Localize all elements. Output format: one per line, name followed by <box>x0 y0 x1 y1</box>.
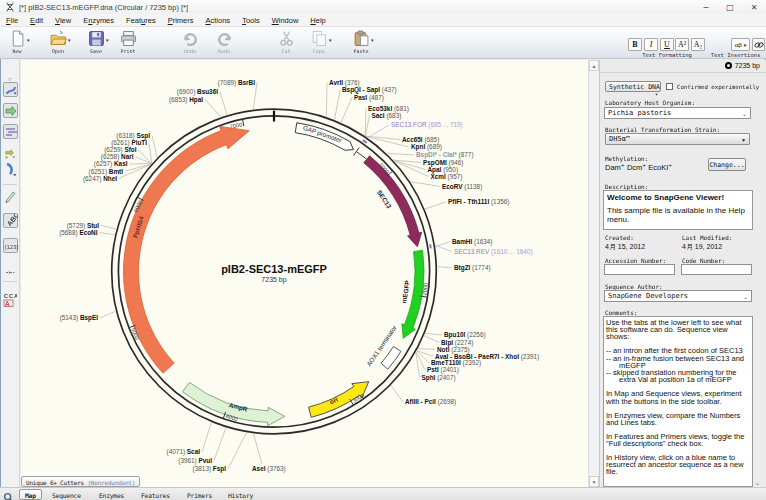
numbering-tool[interactable]: (123) <box>3 238 18 253</box>
show-features-tool[interactable] <box>3 103 18 118</box>
open-dropdown-arrow[interactable]: ▾ <box>68 37 75 43</box>
map-vertical-scrollbar[interactable]: ▲ ▼ <box>588 60 599 487</box>
menu-features[interactable]: Features <box>120 16 162 25</box>
leader-line <box>139 150 152 163</box>
description-panel: 7235 bpSynthetic DNA ▾Confirmed experime… <box>599 60 766 500</box>
panel-scroll-chevron[interactable]: ⌄ <box>755 479 760 486</box>
enzyme-label-hpai[interactable]: (6853) HpaI <box>169 96 203 104</box>
enzyme-label-scai[interactable]: (4071) ScaI <box>167 448 201 456</box>
enzyme-label-bamhi[interactable]: BamHI (1634) <box>452 238 493 246</box>
dashes-tool[interactable] <box>3 263 18 273</box>
enzyme-label-bsrbi[interactable]: (7089) BsrBI <box>218 79 256 87</box>
enzyme-label-kpni[interactable]: KpnI (689) <box>411 143 442 151</box>
primer-label-sec13-for[interactable]: SEC13.FOR (685 ... 719) <box>391 121 463 129</box>
format-underline-button[interactable]: U <box>660 38 674 51</box>
tab-map[interactable]: Map <box>19 489 42 500</box>
format-subscript-button[interactable]: A₂ <box>691 38 705 51</box>
menu-primers[interactable]: Primers <box>162 16 200 25</box>
copy-dropdown-arrow[interactable]: ▾ <box>329 37 336 43</box>
enzyme-label-bspei[interactable]: (5143) BspEI <box>60 314 99 322</box>
format-bold-button[interactable]: B <box>628 38 642 51</box>
enzyme-label-xcmi[interactable]: XcmI (957) <box>431 173 463 181</box>
insert-symbol-button[interactable]: αβ ▾ <box>731 38 750 51</box>
magnifier-icon <box>3 492 14 500</box>
cut-icon <box>278 30 295 47</box>
menu-edit[interactable]: Edit <box>24 16 49 25</box>
open-button[interactable]: Open <box>45 30 71 57</box>
enzyme-label-ecorv[interactable]: EcoRV (1138) <box>442 183 482 191</box>
paste-dropdown-arrow[interactable]: ▾ <box>371 37 378 43</box>
menu-help[interactable]: Help <box>304 16 331 25</box>
save-dropdown-arrow[interactable]: ▾ <box>106 37 113 43</box>
enzyme-label-pflfi-tth111i[interactable]: PflFI - Tth111I (1356) <box>448 198 509 206</box>
menu-file[interactable]: File <box>0 16 24 25</box>
accession-input[interactable] <box>604 264 675 275</box>
scroll-up-arrow[interactable]: ▲ <box>589 60 599 71</box>
menu-tools[interactable]: Tools <box>236 16 266 25</box>
show-primers-tool[interactable] <box>3 124 18 139</box>
menu-actions[interactable]: Actions <box>200 16 237 25</box>
methylation-value: Dam⁺ Dcm⁺ EcoKI⁺ <box>605 163 672 172</box>
enzyme-set-selector[interactable]: Unique 6+ Cutters (Nonredundant) <box>21 476 140 487</box>
primer-arc-1 <box>430 244 431 248</box>
collapse-handle-tool[interactable] <box>3 70 18 77</box>
tab-sequence[interactable]: Sequence <box>46 489 87 500</box>
close-button[interactable]: ✕ <box>742 0 766 14</box>
zoom-tool[interactable] <box>3 489 18 500</box>
comments-box[interactable]: Use the tabs at the lower left to see wh… <box>603 316 753 487</box>
enzyme-label-saci[interactable]: SacI (683) <box>372 112 402 120</box>
enzyme-label-fspi[interactable]: (3813) FspI <box>193 465 227 473</box>
enzyme-label-afliii-pcii[interactable]: AflIII - PciI (2698) <box>405 398 456 406</box>
menu-enzymes[interactable]: Enzymes <box>77 16 120 25</box>
map-style-tool[interactable] <box>3 82 18 97</box>
feature-arrows-tool[interactable] <box>3 146 18 159</box>
primer-label-sec13-rev[interactable]: SEC13.REV (1610 ... 1640) <box>454 248 533 256</box>
menu-window[interactable]: Window <box>266 16 305 25</box>
dashes-icon <box>3 268 17 277</box>
format-superscript-button[interactable]: A² <box>675 38 689 51</box>
tab-enzymes[interactable]: Enzymes <box>93 489 130 500</box>
tab-features[interactable]: Features <box>135 489 176 500</box>
enzyme-label-nhei[interactable]: (6247) NheI <box>83 175 117 183</box>
author-combo[interactable]: SnapGene Developers⌄ <box>604 290 752 302</box>
enzyme-label-sphi[interactable]: SphI (2407) <box>422 374 456 382</box>
host-organism-combo[interactable]: Pichia pastoris⌄ <box>604 107 751 119</box>
minimize-button[interactable]: ─ <box>694 0 718 14</box>
confirmed-checkbox[interactable] <box>666 83 673 90</box>
comments-paragraph: In Features and Primers views, toggle th… <box>606 433 750 447</box>
enzyme-label-pasi[interactable]: PasI (487) <box>354 94 384 102</box>
enzyme-label-pvui[interactable]: (3961) PvuI <box>178 457 212 465</box>
abc-labels-tool[interactable]: ABC <box>3 213 18 228</box>
leader-line <box>220 92 227 115</box>
link-icon[interactable] <box>752 38 765 51</box>
leader-line <box>149 143 152 163</box>
save-button[interactable]: Save <box>83 30 109 57</box>
print-icon <box>120 30 137 47</box>
strain-dropdown[interactable]: DH5α™▼ <box>605 133 750 145</box>
code-number-input[interactable] <box>681 264 752 275</box>
menu-view[interactable]: View <box>49 16 77 25</box>
enzyme-label-econi[interactable]: (5688) EcoNI <box>59 229 98 237</box>
tab-primers[interactable]: Primers <box>181 489 218 500</box>
show-enzymes-tool[interactable] <box>3 162 18 177</box>
svg-text:CCA: CCA <box>4 293 17 299</box>
leader-line <box>326 83 327 117</box>
codon-display-tool[interactable]: CCAA <box>3 288 18 310</box>
new-dropdown-arrow[interactable]: ▾ <box>27 37 34 43</box>
sidebar-separator <box>3 184 17 185</box>
change-methylation-button[interactable]: Change... <box>708 158 746 171</box>
description-box[interactable]: Welcome to SnapGene Viewer!This sample f… <box>603 190 753 230</box>
scroll-down-arrow[interactable]: ▼ <box>589 476 599 487</box>
enzyme-label-btgzi[interactable]: BtgZI (1774) <box>454 264 491 272</box>
tab-history[interactable]: History <box>222 489 259 500</box>
format-italic-button[interactable]: I <box>644 38 658 51</box>
promoter-extent-line <box>356 152 366 159</box>
print-button[interactable]: Print <box>115 30 141 57</box>
panel-divider <box>600 72 766 73</box>
paste-button[interactable]: Paste <box>348 30 374 57</box>
edit-pencil-tool[interactable] <box>3 189 18 204</box>
new-button[interactable]: New <box>4 30 30 57</box>
maximize-button[interactable]: □ <box>718 0 742 14</box>
enzyme-label-asei[interactable]: AseI (3763) <box>252 465 286 473</box>
dna-type-dropdown[interactable]: Synthetic DNA ▾ <box>605 81 661 92</box>
